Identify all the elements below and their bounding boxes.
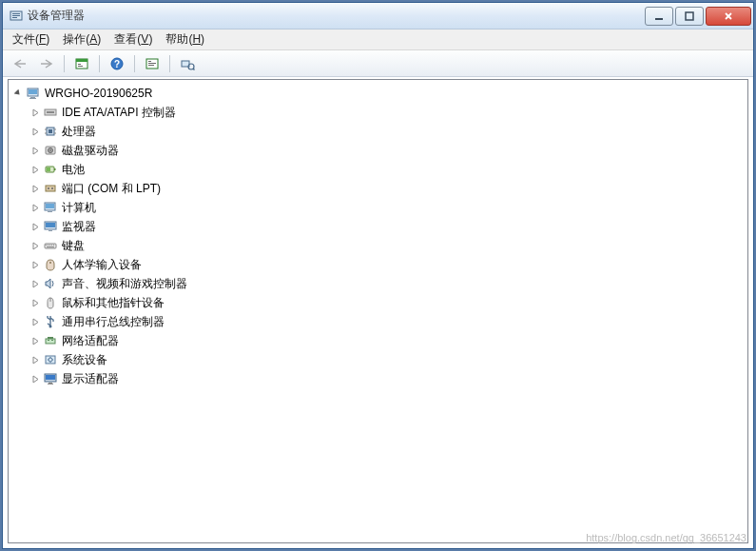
svg-point-53 [49,262,51,264]
titlebar[interactable]: 设备管理器 [3,3,753,30]
expand-icon[interactable] [29,107,41,118]
tree-node[interactable]: 监视器 [26,217,747,236]
expand-icon[interactable] [29,221,41,232]
svg-rect-2 [12,15,20,16]
expand-icon[interactable] [29,259,41,270]
expand-icon[interactable] [29,183,41,194]
scan-hardware-button[interactable] [176,53,199,74]
properties-button[interactable] [70,53,93,74]
menu-file[interactable]: 文件(F) [7,30,55,49]
close-button[interactable] [706,7,751,26]
svg-rect-5 [686,12,693,20]
menu-view[interactable]: 查看(V) [108,30,158,49]
svg-rect-69 [48,384,53,384]
tree-node[interactable]: 系统设备 [26,350,747,369]
app-icon [9,9,24,24]
tree-node[interactable]: 端口 (COM 和 LPT) [26,179,747,198]
svg-rect-37 [46,186,55,191]
svg-rect-9 [78,66,83,67]
disk-icon [43,143,58,158]
expand-icon[interactable] [29,164,41,175]
svg-rect-15 [148,65,154,66]
svg-rect-46 [45,244,56,248]
tree-node[interactable]: IDE ATA/ATAPI 控制器 [26,103,747,122]
show-hidden-button[interactable] [141,53,164,74]
display-icon [43,371,58,386]
network-icon [43,333,58,348]
node-label: 显示适配器 [62,371,119,387]
device-manager-window: 设备管理器 文件(F) 操作(A) 查看(V) 帮助(H) ? [2,2,754,549]
node-label: 电池 [62,162,85,178]
tree-node[interactable]: 网络适配器 [26,331,747,350]
nav-back-button[interactable] [9,53,31,74]
svg-rect-8 [78,64,81,65]
root-label: WRGHO-20190625R [45,87,152,100]
device-tree: WRGHO-20190625R IDE ATA/ATAPI 控制器处理器磁盘驱动… [9,84,747,388]
expand-icon[interactable] [29,126,41,137]
svg-rect-44 [46,223,55,227]
toolbar: ? [3,50,753,77]
svg-point-55 [49,325,52,328]
monitor-icon [43,219,58,234]
svg-rect-45 [48,230,52,231]
toolbar-separator [99,55,100,72]
toolbar-separator [134,55,135,72]
svg-rect-67 [46,375,55,380]
window-controls [643,7,751,26]
battery-icon [43,162,58,177]
help-button[interactable]: ? [106,53,128,74]
svg-rect-24 [47,111,54,113]
tree-node[interactable]: 处理器 [26,122,747,141]
keyboard-icon [43,238,58,253]
nav-forward-button[interactable] [35,53,58,74]
maximize-button[interactable] [675,7,704,26]
minimize-button[interactable] [645,7,673,26]
device-tree-pane[interactable]: WRGHO-20190625R IDE ATA/ATAPI 控制器处理器磁盘驱动… [8,79,748,543]
tree-node[interactable]: 声音、视频和游戏控制器 [26,274,747,293]
expand-icon[interactable] [29,316,41,327]
expand-icon[interactable] [29,354,41,365]
sound-icon [43,276,58,291]
node-label: 人体学输入设备 [62,257,142,273]
svg-rect-49 [49,245,50,246]
svg-point-39 [51,187,53,189]
expand-icon[interactable] [29,335,41,346]
node-label: 网络适配器 [62,333,119,349]
usb-icon [43,314,58,329]
collapse-icon[interactable] [12,88,24,99]
tree-node[interactable]: 通用串行总线控制器 [26,312,747,331]
svg-rect-21 [30,97,35,98]
svg-rect-1 [12,13,20,14]
tree-node[interactable]: 鼠标和其他指针设备 [26,293,747,312]
svg-rect-13 [148,61,151,62]
expand-icon[interactable] [29,373,41,384]
svg-rect-56 [46,339,55,344]
ide-icon [43,105,58,120]
svg-rect-4 [655,18,663,20]
menu-action[interactable]: 操作(A) [57,30,107,49]
svg-rect-7 [76,59,87,62]
tree-root-node[interactable]: WRGHO-20190625R [9,84,747,103]
tree-node[interactable]: 计算机 [26,198,747,217]
node-label: 端口 (COM 和 LPT) [62,181,161,197]
cpu-icon [43,124,58,139]
toolbar-separator [64,55,65,72]
menubar: 文件(F) 操作(A) 查看(V) 帮助(H) [3,30,753,50]
expand-icon[interactable] [29,297,41,308]
computer-icon [26,86,41,101]
expand-icon[interactable] [29,278,41,289]
node-label: 系统设备 [62,352,107,368]
svg-rect-57 [48,337,53,339]
svg-rect-26 [48,129,52,133]
menu-help[interactable]: 帮助(H) [160,30,210,49]
svg-rect-59 [51,340,53,341]
expand-icon[interactable] [29,240,41,251]
tree-node[interactable]: 电池 [26,160,747,179]
tree-node[interactable]: 键盘 [26,236,747,255]
svg-point-38 [48,187,49,189]
expand-icon[interactable] [29,145,41,156]
tree-node[interactable]: 人体学输入设备 [26,255,747,274]
expand-icon[interactable] [29,202,41,213]
tree-node[interactable]: 显示适配器 [26,369,747,388]
tree-node[interactable]: 磁盘驱动器 [26,141,747,160]
